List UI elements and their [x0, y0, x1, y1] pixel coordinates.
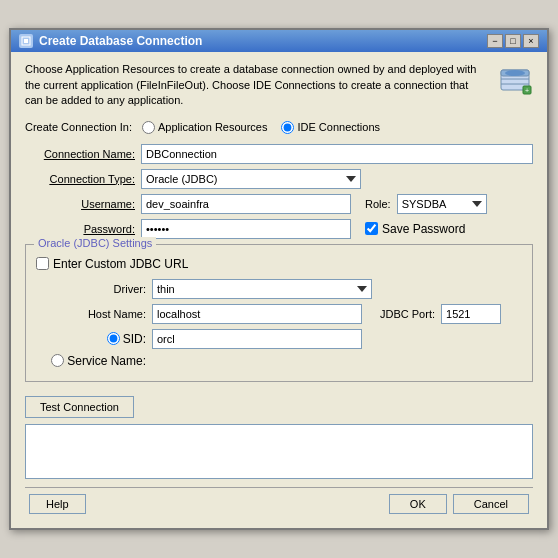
bottom-buttons: Help OK Cancel — [25, 487, 533, 518]
username-row: Username: Role: SYSDBA SYSOPER default — [25, 194, 533, 214]
connection-name-row: Connection Name: — [25, 144, 533, 164]
ide-connections-label: IDE Connections — [297, 121, 380, 133]
service-name-label: Service Name: — [67, 354, 146, 368]
description-row: Choose Application Resources to create a… — [25, 62, 533, 108]
test-connection-button[interactable]: Test Connection — [25, 396, 134, 418]
connection-type-radio-group: Application Resources IDE Connections — [142, 121, 380, 134]
save-password-label: Save Password — [382, 222, 465, 236]
host-name-input[interactable] — [152, 304, 362, 324]
ide-connections-radio[interactable] — [281, 121, 294, 134]
host-name-label: Host Name: — [36, 308, 146, 320]
oracle-section-legend: Oracle (JDBC) Settings — [34, 237, 156, 249]
create-connection-row: Create Connection In: Application Resour… — [25, 121, 533, 134]
password-row: Password: Save Password — [25, 219, 533, 239]
service-name-radio-label[interactable]: Service Name: — [36, 354, 146, 368]
jdbc-port-label: JDBC Port: — [380, 308, 435, 320]
connection-name-label: Connection Name: — [25, 148, 135, 160]
driver-select[interactable]: thin oci8 oci — [152, 279, 372, 299]
title-bar-buttons: − □ × — [487, 34, 539, 48]
sid-label: SID: — [123, 332, 146, 346]
oracle-section: Oracle (JDBC) Settings Enter Custom JDBC… — [25, 244, 533, 382]
main-window: Create Database Connection − □ × Choose … — [9, 28, 549, 529]
help-button[interactable]: Help — [29, 494, 86, 514]
svg-text:+: + — [525, 87, 529, 94]
ok-cancel-group: OK Cancel — [389, 494, 529, 514]
save-password-row: Save Password — [365, 222, 465, 236]
save-password-checkbox[interactable] — [365, 222, 378, 235]
password-input[interactable] — [141, 219, 351, 239]
role-select[interactable]: SYSDBA SYSOPER default — [397, 194, 487, 214]
create-connection-label: Create Connection In: — [25, 121, 132, 133]
oracle-content: Enter Custom JDBC URL Driver: thin oci8 … — [36, 257, 522, 368]
sid-input[interactable] — [152, 329, 362, 349]
host-name-row: Host Name: JDBC Port: — [36, 304, 522, 324]
sid-radio-label[interactable]: SID: — [36, 332, 146, 346]
custom-jdbc-row: Enter Custom JDBC URL — [36, 257, 522, 271]
service-name-row: Service Name: — [36, 354, 522, 368]
maximize-button[interactable]: □ — [505, 34, 521, 48]
description-text: Choose Application Resources to create a… — [25, 62, 487, 108]
app-resources-option[interactable]: Application Resources — [142, 121, 267, 134]
cancel-button[interactable]: Cancel — [453, 494, 529, 514]
title-bar: Create Database Connection − □ × — [11, 30, 547, 52]
sid-radio[interactable] — [107, 332, 120, 345]
custom-jdbc-label: Enter Custom JDBC URL — [53, 257, 188, 271]
app-resources-label: Application Resources — [158, 121, 267, 133]
driver-label: Driver: — [36, 283, 146, 295]
app-resources-radio[interactable] — [142, 121, 155, 134]
sid-row: SID: — [36, 329, 522, 349]
role-label: Role: — [365, 198, 391, 210]
connection-type-label: Connection Type: — [25, 173, 135, 185]
ide-connections-option[interactable]: IDE Connections — [281, 121, 380, 134]
custom-jdbc-checkbox[interactable] — [36, 257, 49, 270]
minimize-button[interactable]: − — [487, 34, 503, 48]
connection-type-select[interactable]: Oracle (JDBC) — [141, 169, 361, 189]
connection-name-input[interactable] — [141, 144, 533, 164]
driver-row: Driver: thin oci8 oci — [36, 279, 522, 299]
window-title: Create Database Connection — [39, 34, 202, 48]
window-icon — [19, 34, 33, 48]
username-input[interactable] — [141, 194, 351, 214]
close-button[interactable]: × — [523, 34, 539, 48]
role-section: Role: SYSDBA SYSOPER default — [365, 194, 487, 214]
database-icon: + — [497, 62, 533, 98]
password-label: Password: — [25, 223, 135, 235]
svg-point-4 — [505, 70, 525, 76]
output-area — [25, 424, 533, 479]
username-label: Username: — [25, 198, 135, 210]
dialog-content: Choose Application Resources to create a… — [11, 52, 547, 527]
title-bar-left: Create Database Connection — [19, 34, 202, 48]
ok-button[interactable]: OK — [389, 494, 447, 514]
service-name-radio[interactable] — [51, 354, 64, 367]
jdbc-port-input[interactable] — [441, 304, 501, 324]
svg-rect-1 — [24, 39, 28, 43]
connection-type-row: Connection Type: Oracle (JDBC) — [25, 169, 533, 189]
